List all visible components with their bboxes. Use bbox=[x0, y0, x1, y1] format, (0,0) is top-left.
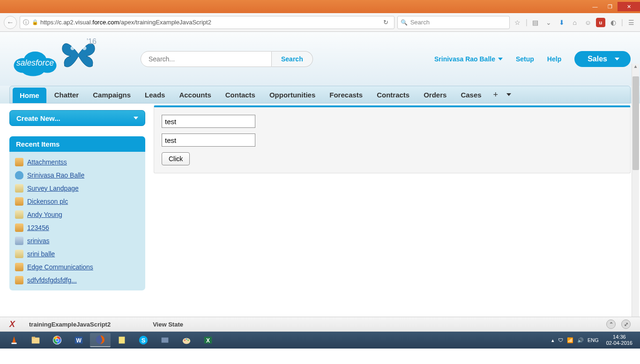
recent-item-link[interactable]: Andy Young bbox=[27, 211, 62, 218]
info-icon[interactable]: ⓘ bbox=[23, 18, 29, 27]
svg-text:X: X bbox=[206, 337, 210, 344]
refresh-icon[interactable]: ↻ bbox=[380, 19, 391, 26]
recent-item-link[interactable]: Survey Landpage bbox=[27, 185, 79, 192]
salesforce-app: salesforce '16 Search Srinivasa Rao Ball… bbox=[0, 32, 640, 317]
developer-footer: X trainingExampleJavaScript2 View State … bbox=[0, 317, 640, 332]
menu-icon[interactable]: ☰ bbox=[626, 17, 636, 28]
url-bar[interactable]: ⓘ 🔒 https://c.ap2.visual.force.com/apex/… bbox=[20, 16, 394, 29]
svg-rect-20 bbox=[162, 338, 169, 343]
taskbar-vlc[interactable] bbox=[4, 333, 24, 347]
add-tab-button[interactable]: + bbox=[493, 90, 499, 100]
sf-search-wrap: Search bbox=[141, 51, 313, 67]
help-link[interactable]: Help bbox=[547, 55, 561, 63]
scrollbar[interactable]: ▲ bbox=[632, 64, 639, 317]
tray-language[interactable]: ENG bbox=[588, 337, 599, 343]
tab-contracts[interactable]: Contracts bbox=[370, 86, 417, 103]
x-icon[interactable]: X bbox=[9, 319, 15, 329]
home-icon[interactable]: ⌂ bbox=[570, 17, 580, 28]
tab-orders[interactable]: Orders bbox=[417, 86, 454, 103]
taskbar-paint[interactable] bbox=[176, 333, 197, 347]
taskbar-explorer[interactable] bbox=[25, 333, 46, 347]
text-input-1[interactable] bbox=[162, 115, 255, 128]
scrollbar-thumb[interactable] bbox=[633, 76, 639, 170]
dev-page-name[interactable]: trainingExampleJavaScript2 bbox=[29, 321, 111, 328]
tray-volume-icon[interactable]: 🔊 bbox=[577, 337, 584, 343]
page-icon bbox=[15, 184, 23, 193]
chevron-down-icon bbox=[615, 58, 619, 60]
tab-chatter[interactable]: Chatter bbox=[47, 86, 86, 103]
recent-item-link[interactable]: 123456 bbox=[27, 224, 49, 231]
smiley-icon[interactable]: ☺ bbox=[583, 17, 593, 28]
ublock-icon[interactable]: u bbox=[596, 18, 605, 27]
taskbar-firefox[interactable] bbox=[90, 333, 111, 347]
browser-toolbar: ← ⓘ 🔒 https://c.ap2.visual.force.com/ape… bbox=[0, 13, 640, 32]
user-menu[interactable]: Srinivasa Rao Balle bbox=[434, 55, 503, 63]
recent-item: Dickenson plc bbox=[14, 195, 141, 208]
app-menu[interactable]: Sales bbox=[574, 51, 631, 67]
pocket-icon[interactable]: ⌄ bbox=[543, 17, 554, 28]
download-icon[interactable]: ⬇ bbox=[557, 17, 567, 28]
tab-accounts[interactable]: Accounts bbox=[172, 86, 218, 103]
recent-item: 123456 bbox=[14, 221, 141, 234]
taskbar-notes[interactable] bbox=[112, 333, 132, 347]
taskbar-clock[interactable]: 14:36 02-04-2016 bbox=[603, 334, 636, 346]
recent-items-header: Recent Items bbox=[9, 136, 145, 152]
addon-icon[interactable]: ◐ bbox=[608, 17, 618, 28]
tray-network-icon[interactable]: 📶 bbox=[567, 337, 573, 343]
tab-forecasts[interactable]: Forecasts bbox=[322, 86, 370, 103]
recent-item-link[interactable]: Attachmentss bbox=[27, 158, 67, 166]
tab-contacts[interactable]: Contacts bbox=[218, 86, 262, 103]
tray-chevron-icon[interactable]: ▴ bbox=[551, 337, 554, 343]
recent-items-panel: Recent Items Attachmentss Srinivasa Rao … bbox=[9, 136, 145, 290]
system-tray: ▴ 🛡 📶 🔊 ENG 14:36 02-04-2016 bbox=[551, 334, 636, 346]
taskbar-app[interactable] bbox=[155, 333, 175, 347]
recent-item-link[interactable]: Dickenson plc bbox=[27, 198, 68, 205]
salesforce-logo[interactable]: salesforce bbox=[9, 40, 66, 78]
tray-shield-icon[interactable]: 🛡 bbox=[558, 337, 563, 343]
setup-link[interactable]: Setup bbox=[516, 55, 534, 63]
global-search-input[interactable] bbox=[141, 51, 272, 67]
folder-icon bbox=[15, 263, 23, 271]
tab-home[interactable]: Home bbox=[13, 88, 46, 103]
recent-item-link[interactable]: sdfvfdsfgdsfdfg... bbox=[27, 276, 77, 284]
window-close-button[interactable]: ✕ bbox=[618, 2, 640, 11]
svg-rect-17 bbox=[119, 337, 125, 344]
taskbar-excel[interactable]: X bbox=[198, 333, 218, 347]
recent-item-link[interactable]: Edge Communications bbox=[27, 263, 93, 271]
taskbar-chrome[interactable] bbox=[47, 333, 67, 347]
tab-campaigns[interactable]: Campaigns bbox=[86, 86, 138, 103]
url-text: https://c.ap2.visual.force.com/apex/trai… bbox=[40, 19, 380, 26]
taskbar-word[interactable]: W bbox=[68, 333, 89, 347]
tab-cases[interactable]: Cases bbox=[454, 86, 488, 103]
recent-item: Survey Landpage bbox=[14, 182, 141, 195]
expand-icon[interactable]: ⤢ bbox=[621, 319, 631, 329]
recent-item-link[interactable]: srini balle bbox=[27, 250, 55, 258]
recent-item: sdfvfdsfgdsfdfg... bbox=[14, 274, 141, 287]
collapse-icon[interactable]: ⌃ bbox=[606, 319, 616, 329]
bookmark-star-icon[interactable]: ☆ bbox=[513, 17, 523, 28]
sf-body: Create New... Recent Items Attachmentss … bbox=[0, 104, 640, 317]
chevron-down-icon bbox=[498, 58, 503, 60]
browser-search-bar[interactable]: 🔍 Search bbox=[397, 16, 510, 29]
global-search-button[interactable]: Search bbox=[272, 51, 313, 67]
click-button[interactable]: Click bbox=[162, 152, 190, 165]
folder-icon bbox=[15, 158, 23, 166]
chevron-down-icon bbox=[134, 117, 138, 119]
vf-page-block: Click bbox=[154, 105, 631, 173]
sidebar: Create New... Recent Items Attachmentss … bbox=[9, 104, 145, 317]
tab-leads[interactable]: Leads bbox=[138, 86, 172, 103]
create-new-button[interactable]: Create New... bbox=[9, 110, 145, 126]
window-maximize-button[interactable]: ❐ bbox=[603, 2, 618, 11]
tab-opportunities[interactable]: Opportunities bbox=[262, 86, 322, 103]
dev-view-state[interactable]: View State bbox=[153, 321, 183, 328]
text-input-2[interactable] bbox=[162, 134, 255, 147]
recent-item-link[interactable]: srinivas bbox=[27, 237, 49, 245]
recent-item-link[interactable]: Srinivasa Rao Balle bbox=[27, 171, 84, 179]
reader-icon[interactable]: ▤ bbox=[530, 17, 541, 28]
window-minimize-button[interactable]: — bbox=[588, 2, 603, 11]
recent-item: Attachmentss bbox=[14, 156, 141, 169]
svg-point-23 bbox=[186, 339, 187, 340]
back-button[interactable]: ← bbox=[4, 16, 17, 29]
taskbar-skype[interactable]: S bbox=[133, 333, 154, 347]
more-tabs-dropdown[interactable] bbox=[506, 93, 511, 96]
